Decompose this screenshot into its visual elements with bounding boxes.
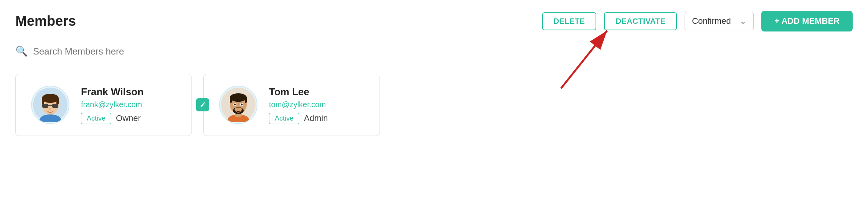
member-card-tom[interactable]: Tom Lee tom@zylker.com Active Admin — [203, 74, 380, 136]
svg-point-17 — [230, 93, 247, 102]
svg-point-26 — [234, 108, 242, 111]
svg-rect-18 — [230, 98, 232, 103]
select-checkbox-tom[interactable] — [196, 98, 209, 111]
svg-point-12 — [49, 108, 51, 110]
avatar-frank — [31, 86, 69, 124]
checkbox-checked-icon[interactable] — [196, 98, 209, 111]
status-badge-frank: Active — [81, 113, 111, 124]
member-email-tom: tom@zylker.com — [269, 100, 328, 109]
member-name-tom: Tom Lee — [269, 86, 328, 98]
avatar-frank-svg — [33, 88, 68, 122]
member-name-frank: Frank Wilson — [81, 86, 144, 98]
search-row: 🔍 — [15, 45, 253, 62]
dropdown-label: Confirmed — [692, 16, 731, 26]
page-container: Members DELETE DEACTIVATE Confirmed ⌄ + … — [0, 0, 868, 202]
avatar-tom — [219, 86, 257, 124]
add-member-button[interactable]: + ADD MEMBER — [761, 11, 853, 31]
chevron-down-icon: ⌄ — [740, 17, 746, 26]
member-info-frank: Frank Wilson frank@zylker.com Active Own… — [81, 86, 144, 124]
svg-point-22 — [234, 104, 236, 106]
member-card-frank: Frank Wilson frank@zylker.com Active Own… — [15, 74, 192, 136]
svg-point-23 — [241, 104, 243, 106]
member-meta-frank: Active Owner — [81, 113, 144, 124]
members-list: Frank Wilson frank@zylker.com Active Own… — [15, 74, 853, 136]
svg-rect-10 — [52, 104, 58, 108]
page-title: Members — [15, 13, 76, 29]
svg-rect-9 — [42, 104, 48, 108]
svg-rect-7 — [42, 98, 44, 104]
search-icon: 🔍 — [15, 45, 28, 57]
avatar-tom-svg — [221, 88, 256, 122]
deactivate-button[interactable]: DEACTIVATE — [604, 12, 677, 30]
svg-point-6 — [42, 94, 59, 103]
member-email-frank: frank@zylker.com — [81, 100, 144, 109]
member-meta-tom: Active Admin — [269, 113, 328, 124]
header-row: Members DELETE DEACTIVATE Confirmed ⌄ + … — [15, 11, 853, 31]
status-badge-tom: Active — [269, 113, 299, 124]
delete-button[interactable]: DELETE — [542, 12, 597, 30]
member-role-frank: Owner — [116, 113, 141, 123]
status-dropdown[interactable]: Confirmed ⌄ — [685, 12, 754, 30]
search-input[interactable] — [33, 46, 253, 57]
member-info-tom: Tom Lee tom@zylker.com Active Admin — [269, 86, 328, 124]
member-role-tom: Admin — [304, 113, 328, 123]
svg-rect-19 — [245, 98, 247, 103]
svg-rect-8 — [56, 98, 59, 104]
header-actions: DELETE DEACTIVATE Confirmed ⌄ + ADD MEMB… — [542, 11, 853, 31]
